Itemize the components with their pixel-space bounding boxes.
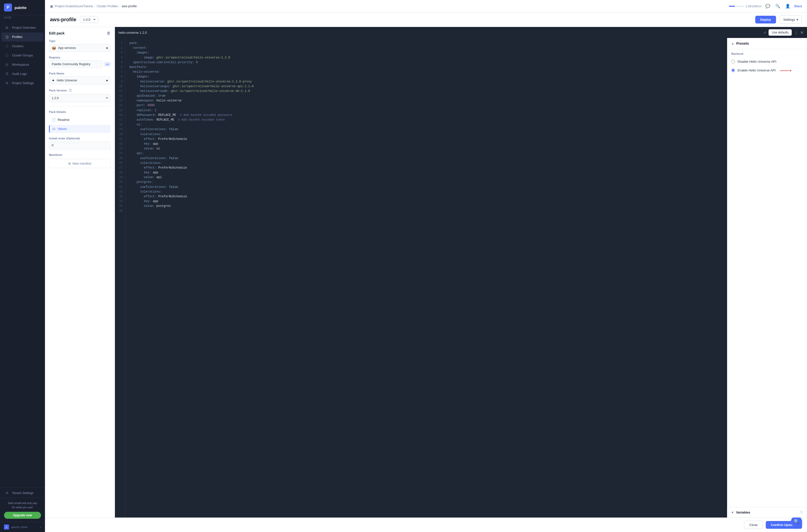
audit-logs-icon: ☰ <box>5 72 10 76</box>
expand-icon[interactable]: ⤢ <box>764 31 767 35</box>
sidebar-item-label: Project Overview <box>12 26 36 30</box>
docs-link[interactable]: Docs <box>794 4 802 8</box>
registry-label: Registry <box>49 56 111 59</box>
sidebar-item-profiles[interactable]: ◫ Profiles <box>1 33 43 41</box>
code-line: port: 8080 <box>129 103 803 108</box>
editor-title: hello-universe 1.2.0 <box>118 31 761 35</box>
line-numbers: 12345 678910 1112131415 1617181920 21222… <box>115 38 126 517</box>
sidebar-item-cluster-groups[interactable]: ⬡ Cluster Groups <box>1 51 43 60</box>
settings-button[interactable]: Settings ▾ <box>780 16 802 24</box>
code-content: pack: content: images: - image: ghcr.io/… <box>126 38 807 517</box>
code-line: hellouniversedb: ghcr.io/spectrocloud/he… <box>129 89 803 94</box>
breadcrumb-project[interactable]: Project-ScaleSecureTutoria <box>55 4 93 8</box>
deploy-button[interactable]: Deploy <box>755 16 776 23</box>
sidebar-item-project-overview[interactable]: ⊞ Project Overview <box>1 23 43 32</box>
code-line: api: <box>129 151 803 156</box>
values-item[interactable]: ‹/› Values <box>49 125 111 133</box>
sidebar-item-clusters[interactable]: ⬡ Clusters <box>1 42 43 51</box>
user-icon[interactable]: 👤 <box>784 3 791 10</box>
code-line: spectrocloud.com/install-priority: 0 <box>129 60 803 65</box>
preset-disable-radio[interactable] <box>731 60 735 63</box>
main-nav: ⊞ Project Overview ◫ Profiles ⬡ Clusters… <box>0 21 45 487</box>
code-line: effect: PreferNoSchedule <box>129 194 803 199</box>
code-line: pack: <box>129 41 803 46</box>
upgrade-now-button[interactable]: Upgrade now <box>4 512 41 519</box>
sidebar-item-label: Tenant Settings <box>12 491 34 495</box>
preset-disable-option[interactable]: Disable Hello Universe API <box>727 57 807 66</box>
manifests-label: Manifests <box>49 153 111 156</box>
content-area: Edit pack 🗑 Type 📦 App services ▾ Regist… <box>45 27 807 517</box>
breadcrumb-sep-2: / <box>119 4 120 8</box>
code-line: hellouniverse: ghcr.io/spectrocloud/hell… <box>129 79 803 84</box>
sidebar-item-label: Cluster Groups <box>12 54 33 57</box>
sidebar-item-tenant-settings[interactable]: ⚙ Tenant Settings <box>1 489 43 497</box>
delete-button[interactable]: 🗑 <box>107 31 111 36</box>
logo-letter: P <box>7 5 10 10</box>
code-line: images: <box>129 74 803 79</box>
sidebar-item-audit-logs[interactable]: ☰ Audit Logs <box>1 70 43 78</box>
code-line: effect: PreferNoSchedule <box>129 166 803 170</box>
code-line: value: ui <box>129 146 803 151</box>
sidebar-collapse-icon[interactable]: ‹ <box>40 525 41 529</box>
hello-universe-icon: ✦ <box>52 78 55 82</box>
variables-info-icon[interactable]: ⓘ <box>800 510 803 514</box>
type-select[interactable]: App services <box>58 46 104 50</box>
pack-name-chevron-icon: ▾ <box>106 79 108 82</box>
code-line: tolerations: <box>129 161 803 166</box>
app-logo-icon: P <box>4 3 12 12</box>
values-icon: ‹/› <box>52 127 55 131</box>
close-button[interactable]: Close <box>744 521 763 529</box>
project-settings-icon: ⚙ <box>5 81 10 85</box>
code-line: value: api <box>129 175 803 180</box>
sidebar-item-label: Workspaces <box>12 63 29 66</box>
readme-icon: 📄 <box>52 118 56 122</box>
profiles-icon: ◫ <box>5 35 10 39</box>
search-fab-button[interactable]: 🔍 <box>791 516 802 527</box>
breadcrumb-current: aws-profile <box>122 4 137 8</box>
notifications-icon[interactable]: 💬 <box>764 3 771 10</box>
install-order-label: Install order (Optional) <box>49 137 111 140</box>
code-line: namespace: hello-universe <box>129 98 803 103</box>
use-defaults-button[interactable]: Use defaults <box>769 29 792 36</box>
pack-name-select-wrapper[interactable]: ✦ Hello Universe ▾ <box>49 76 111 84</box>
type-label: Type <box>49 39 111 42</box>
editor-menu-button[interactable]: ⋮ <box>794 30 798 35</box>
divider-1 <box>49 106 111 107</box>
code-line: replicas: 1 <box>129 108 803 113</box>
code-line: manifests: <box>129 65 803 70</box>
type-select-wrapper[interactable]: 📦 App services ▾ <box>49 44 111 52</box>
usage-bar: 1.29/100kCH <box>729 5 761 8</box>
spectro-logo-icon: s <box>4 525 9 530</box>
install-order-input[interactable] <box>49 141 111 149</box>
preset-enable-radio[interactable] <box>731 69 735 72</box>
pack-version-info-icon[interactable]: ⓘ <box>69 89 72 92</box>
presets-panel: ▲ Presets Backend Disable Hello Universe… <box>727 38 807 517</box>
registry-value: Palette Community Registry <box>49 60 103 68</box>
app-version: 4.4.19 <box>0 15 45 21</box>
spectro-footer: s spectro cloud ‹ <box>0 522 45 532</box>
search-icon[interactable]: 🔍 <box>774 3 781 10</box>
variables-footer[interactable]: ▼ Variables ⓘ <box>727 507 807 517</box>
code-line: dbPassword: REPLACE_ME # Add base64 enco… <box>129 113 803 118</box>
preset-enable-option[interactable]: Enable Hello Universe API ◄ <box>727 66 807 75</box>
presets-header[interactable]: ▲ Presets <box>727 38 807 49</box>
variables-label: Variables <box>736 511 798 514</box>
code-line: effect: PreferNoSchedule <box>129 137 803 141</box>
project-overview-icon: ⊞ <box>5 26 10 30</box>
code-line: tolerations: <box>129 132 803 137</box>
pack-version-select[interactable]: 1.2.0 <box>49 94 111 102</box>
presets-collapse-icon: ▲ <box>731 42 734 45</box>
values-label: Values <box>57 127 67 131</box>
pack-name-select[interactable]: Hello Universe <box>57 79 104 82</box>
pack-version-field-group: Pack Version ⓘ 1.2.0 <box>49 89 111 102</box>
sidebar-item-workspaces[interactable]: ⊟ Workspaces <box>1 60 43 69</box>
version-select[interactable]: 1.0.0 <box>80 16 98 23</box>
editor-close-button[interactable]: ✕ <box>800 30 804 35</box>
new-manifest-button[interactable]: ⊕ New manifest <box>49 159 111 168</box>
page-header: aws-profile 1.0.0 Deploy Settings ▾ <box>45 13 807 27</box>
pack-version-label: Pack Version ⓘ <box>49 89 111 93</box>
readme-item[interactable]: 📄 Readme <box>49 116 111 124</box>
main-content: ▣ Project-ScaleSecureTutoria / Cluster P… <box>45 0 807 532</box>
sidebar-item-project-settings[interactable]: ⚙ Project Settings <box>1 79 43 88</box>
breadcrumb-section[interactable]: Cluster Profiles <box>97 4 118 8</box>
